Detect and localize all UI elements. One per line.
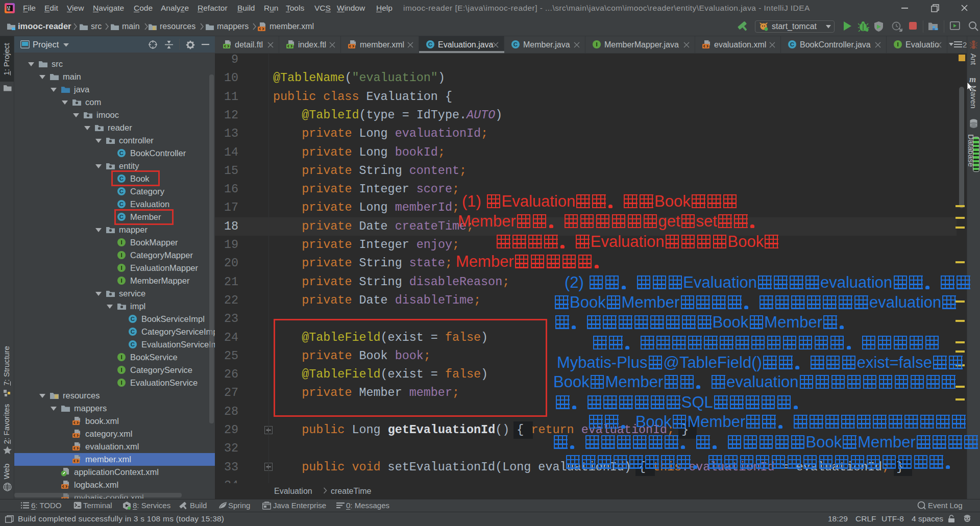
svg-text:I: I xyxy=(120,252,122,258)
svg-text:C: C xyxy=(428,41,432,47)
svg-text:C: C xyxy=(790,41,794,47)
svg-text:IJ: IJ xyxy=(7,6,10,9)
svg-text:I: I xyxy=(120,354,122,360)
svg-text:C: C xyxy=(513,41,518,47)
svg-text:I: I xyxy=(120,239,122,245)
svg-text:I: I xyxy=(120,380,122,386)
svg-text:I: I xyxy=(120,367,122,373)
svg-text:C: C xyxy=(131,329,135,335)
svg-text:C: C xyxy=(131,316,135,322)
svg-text:I: I xyxy=(897,41,898,47)
svg-text:C: C xyxy=(119,201,124,207)
svg-text:C: C xyxy=(119,150,124,156)
svg-text:I: I xyxy=(120,265,122,271)
svg-text:I: I xyxy=(596,41,597,47)
svg-text:C: C xyxy=(119,188,124,194)
svg-text:C: C xyxy=(131,341,135,347)
svg-text:I: I xyxy=(120,278,122,284)
